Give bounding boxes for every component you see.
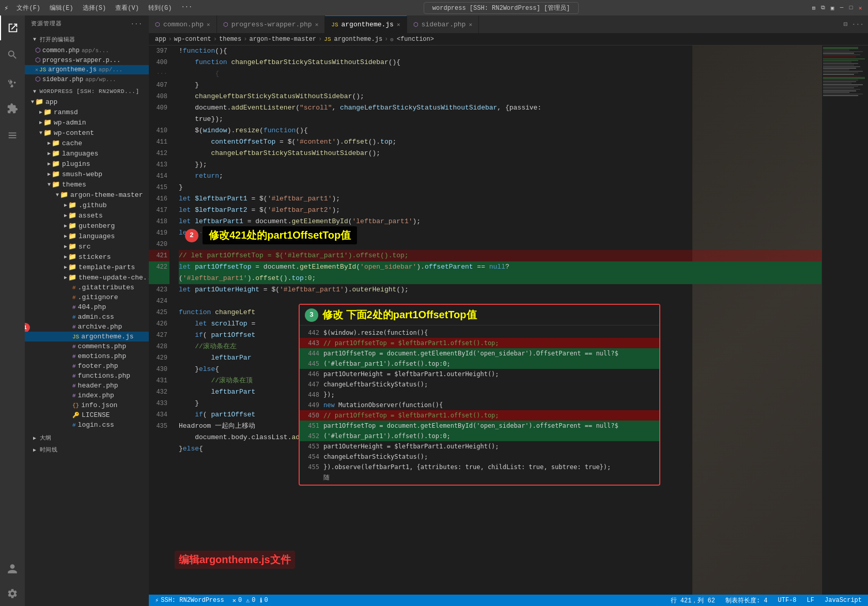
remote-section-title[interactable]: ▼ WORDPRESS [SSH: RN2WORD...] bbox=[25, 86, 149, 97]
tree-index[interactable]: # index.php bbox=[25, 391, 149, 400]
tab-argon[interactable]: JS argontheme.js ✕ bbox=[325, 15, 407, 33]
timeline-toggle[interactable]: ▶ 时间线 bbox=[25, 444, 149, 456]
tree-plugins[interactable]: ▶ 📁 plugins bbox=[25, 159, 149, 169]
popup-code: 442$(window).resize(function(){ 443// pa… bbox=[300, 325, 659, 485]
breadcrumb-app[interactable]: app bbox=[155, 36, 166, 43]
status-tab-size[interactable]: 制表符长度: 4 bbox=[723, 596, 770, 605]
tree-themes[interactable]: ▼ 📁 themes bbox=[25, 179, 149, 190]
menu-goto[interactable]: 转到(G) bbox=[144, 3, 176, 13]
menu-select[interactable]: 选择(S) bbox=[79, 3, 111, 13]
status-language[interactable]: JavaScript bbox=[823, 597, 864, 604]
breadcrumb-argonthemejs[interactable]: argontheme.js bbox=[334, 36, 382, 43]
activity-accounts[interactable] bbox=[0, 556, 25, 581]
tree-argon-master[interactable]: ▼ 📁 argon-theme-master bbox=[25, 190, 149, 200]
breadcrumb-argon-master[interactable]: argon-theme-master bbox=[249, 36, 316, 43]
tab-common[interactable]: ⬡ common.php ✕ bbox=[149, 15, 217, 33]
tree-github[interactable]: ▶ 📁 .github bbox=[25, 200, 149, 210]
tree-cache[interactable]: ▶ 📁 cache bbox=[25, 138, 149, 148]
menu-view[interactable]: 查看(V) bbox=[111, 3, 143, 13]
tree-404[interactable]: # 404.php bbox=[25, 302, 149, 312]
status-line-col[interactable]: 行 421，列 62 bbox=[669, 596, 717, 605]
breadcrumb-wpcontent[interactable]: wp-content bbox=[174, 36, 211, 43]
tree-license[interactable]: 🔑 LICENSE bbox=[25, 410, 149, 420]
status-errors[interactable]: ✕ 0 ⚠ 0 ℹ 0 bbox=[230, 597, 270, 604]
tree-license-label: LICENSE bbox=[82, 411, 110, 419]
tree-comments[interactable]: # comments.php bbox=[25, 341, 149, 351]
tree-languages2-chevron: ▶ bbox=[64, 233, 67, 239]
activity-remote[interactable] bbox=[0, 123, 25, 148]
editor-item-argon[interactable]: ✕ JS argontheme.js app/... bbox=[25, 65, 149, 74]
code-editor[interactable]: 397 400 ··· 407 408 409 410 411 412 413 … bbox=[149, 45, 868, 595]
activity-search[interactable] bbox=[0, 42, 25, 67]
tree-infojson[interactable]: {} info.json bbox=[25, 400, 149, 410]
tab-progress[interactable]: ⬡ progress-wrapper.php ✕ bbox=[217, 15, 326, 33]
more-actions-btn[interactable]: ··· bbox=[852, 21, 864, 28]
activity-settings[interactable] bbox=[0, 581, 25, 606]
layout-btn[interactable]: ⊞ bbox=[810, 4, 817, 11]
editor-item-sidebar[interactable]: ⬡ sidebar.php app/wp... bbox=[25, 74, 149, 84]
tab-sidebar-close[interactable]: ✕ bbox=[469, 21, 472, 28]
tab-sidebar[interactable]: ⬡ sidebar.php ✕ bbox=[407, 15, 479, 33]
close-btn[interactable]: ✕ bbox=[857, 4, 864, 11]
tree-archive[interactable]: # archive.php 1 bbox=[25, 322, 149, 332]
tree-header[interactable]: # header.php bbox=[25, 381, 149, 391]
open-editors-toggle[interactable]: ▼ 打开的编辑器 bbox=[25, 34, 149, 45]
tree-admincss[interactable]: # admin.css bbox=[25, 312, 149, 322]
line-ending-label: LF bbox=[807, 597, 814, 604]
minimap[interactable] bbox=[822, 45, 868, 595]
outline-toggle[interactable]: ▶ 大纲 bbox=[25, 432, 149, 444]
tree-gutenberg[interactable]: ▶ 📁 gutenberg bbox=[25, 221, 149, 231]
tree-assets[interactable]: ▶ 📁 assets bbox=[25, 210, 149, 221]
editor-item-argon-close[interactable]: ✕ bbox=[35, 67, 38, 73]
tab-common-close[interactable]: ✕ bbox=[207, 21, 210, 28]
tree-stickers[interactable]: ▶ 📁 stickers bbox=[25, 252, 149, 262]
tree-cache-label: cache bbox=[62, 139, 82, 147]
tree-gitattributes-label: .gitattributes bbox=[78, 284, 134, 291]
tree-template-parts[interactable]: ▶ 📁 template-parts bbox=[25, 262, 149, 272]
status-encoding[interactable]: UTF-8 bbox=[776, 597, 799, 604]
activity-extensions[interactable] bbox=[0, 96, 25, 121]
editor-item-common[interactable]: ⬡ common.php app/s... bbox=[25, 45, 149, 55]
minimize-btn[interactable]: ─ bbox=[838, 4, 845, 11]
tree-rammsd[interactable]: ▶ 📁 ranmsd bbox=[25, 107, 149, 117]
sidebar-more[interactable]: ··· bbox=[131, 21, 143, 27]
tree-logincss[interactable]: # login.css bbox=[25, 420, 149, 430]
breadcrumb-themes[interactable]: themes bbox=[219, 36, 241, 43]
menu-edit[interactable]: 编辑(E) bbox=[45, 3, 78, 13]
tree-gitignore[interactable]: # .gitignore bbox=[25, 292, 149, 302]
tree-languages2[interactable]: ▶ 📁 languages bbox=[25, 231, 149, 241]
code-content[interactable]: !function(){ function changeLeftbarStick… bbox=[175, 45, 822, 595]
editor-item-progress[interactable]: ⬡ progress-wrapper.p... bbox=[25, 55, 149, 65]
status-ssh[interactable]: ⚡ SSH: RN2WordPress bbox=[153, 597, 226, 604]
tree-smush[interactable]: ▶ 📁 smush-webp bbox=[25, 169, 149, 179]
tree-emotions[interactable]: # emotions.php bbox=[25, 351, 149, 361]
tree-wpcontent[interactable]: ▼ 📁 wp-content bbox=[25, 128, 149, 138]
code-line-422a: let part1OffsetTop = document.getElement… bbox=[179, 261, 822, 273]
tab-progress-close[interactable]: ✕ bbox=[315, 21, 319, 28]
tree-languages[interactable]: ▶ 📁 languages bbox=[25, 148, 149, 159]
split-editor-btn[interactable]: ⊟ bbox=[844, 20, 848, 28]
layout2-btn[interactable]: ▣ bbox=[829, 4, 836, 11]
tree-theme-update[interactable]: ▶ 📁 theme-update-che... bbox=[25, 272, 149, 283]
tree-gitattributes[interactable]: # .gitattributes bbox=[25, 283, 149, 292]
tabs-bar: ⬡ common.php ✕ ⬡ progress-wrapper.php ✕ … bbox=[149, 15, 868, 34]
activity-explorer[interactable] bbox=[0, 15, 25, 40]
title-bar-left: ⚡ 文件(F) 编辑(E) 选择(S) 查看(V) 转到(G) ··· bbox=[4, 3, 196, 13]
maximize-btn[interactable]: □ bbox=[847, 4, 855, 11]
tree-app[interactable]: ▼ 📁 app bbox=[25, 97, 149, 107]
menu-more[interactable]: ··· bbox=[177, 3, 196, 13]
tree-wpadmin[interactable]: ▶ 📁 wp-admin bbox=[25, 117, 149, 128]
activity-source-control[interactable] bbox=[0, 69, 25, 94]
tab-size-label: 制表符长度: 4 bbox=[725, 596, 768, 605]
menu-file[interactable]: 文件(F) bbox=[12, 3, 44, 13]
status-line-ending[interactable]: LF bbox=[805, 597, 816, 604]
tree-argontheme-js[interactable]: JS argontheme.js bbox=[25, 332, 149, 341]
tree-functions[interactable]: # functions.php bbox=[25, 371, 149, 381]
tab-argon-close[interactable]: ✕ bbox=[397, 21, 400, 28]
tree-argon-master-chevron: ▼ bbox=[56, 192, 59, 198]
split-btn[interactable]: ⧉ bbox=[819, 4, 827, 11]
tree-src[interactable]: ▶ 📁 src bbox=[25, 241, 149, 252]
tree-footer[interactable]: # footer.php bbox=[25, 361, 149, 371]
breadcrumb-function[interactable]: <function> bbox=[397, 36, 434, 43]
title-search[interactable]: wordpress [SSH: RN2WordPress] [管理员] bbox=[424, 2, 579, 14]
